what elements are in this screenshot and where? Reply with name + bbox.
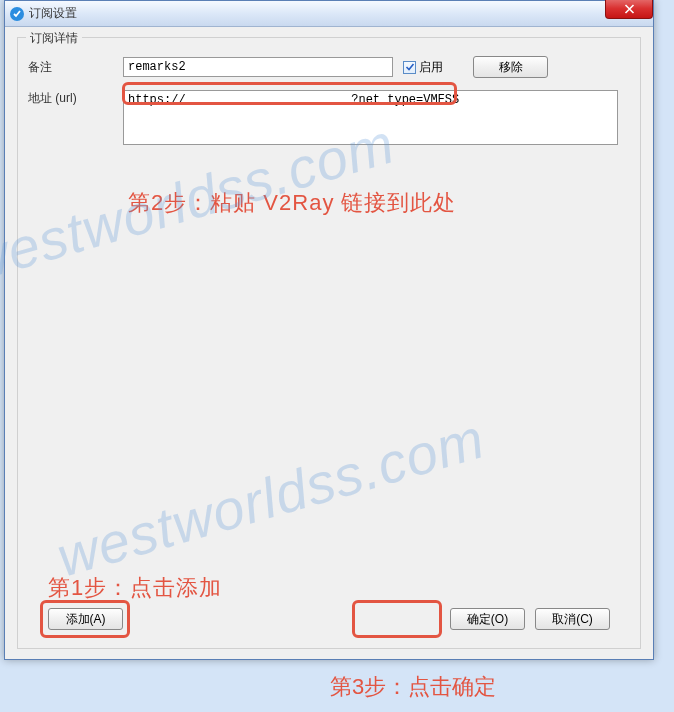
close-icon bbox=[624, 4, 635, 14]
dialog-content: 订阅详情 备注 启用 移除 地址 (url) https:// ?net_typ… bbox=[5, 27, 653, 659]
ok-button[interactable]: 确定(O) bbox=[450, 608, 525, 630]
dialog-window: 订阅设置 订阅详情 备注 启用 移除 地址 (url) https:// bbox=[4, 0, 654, 660]
annotation-step2: 第2步：粘贴 V2Ray 链接到此处 bbox=[128, 188, 457, 218]
remarks-label: 备注 bbox=[28, 59, 123, 76]
dialog-buttons: 添加(A) 确定(O) 取消(C) bbox=[48, 608, 610, 630]
fieldset-legend: 订阅详情 bbox=[26, 30, 82, 47]
url-input[interactable]: https:// ?net_type=VMESS bbox=[123, 90, 618, 145]
url-row: 地址 (url) https:// ?net_type=VMESS bbox=[28, 90, 630, 145]
remarks-input[interactable] bbox=[123, 57, 393, 77]
annotation-step3: 第3步：点击确定 bbox=[330, 672, 496, 702]
enable-checkbox[interactable] bbox=[403, 61, 416, 74]
close-button[interactable] bbox=[605, 0, 653, 19]
titlebar: 订阅设置 bbox=[5, 1, 653, 27]
url-label: 地址 (url) bbox=[28, 90, 123, 107]
check-icon bbox=[405, 62, 415, 72]
enable-label: 启用 bbox=[419, 59, 443, 76]
app-icon bbox=[9, 6, 25, 22]
annotation-step1: 第1步：点击添加 bbox=[48, 573, 222, 603]
remove-button[interactable]: 移除 bbox=[473, 56, 548, 78]
cancel-button[interactable]: 取消(C) bbox=[535, 608, 610, 630]
window-title: 订阅设置 bbox=[29, 5, 649, 22]
subscription-fieldset: 订阅详情 备注 启用 移除 地址 (url) https:// ?net_typ… bbox=[17, 37, 641, 649]
remarks-row: 备注 启用 移除 bbox=[28, 56, 630, 78]
enable-checkbox-wrap: 启用 bbox=[403, 59, 443, 76]
add-button[interactable]: 添加(A) bbox=[48, 608, 123, 630]
